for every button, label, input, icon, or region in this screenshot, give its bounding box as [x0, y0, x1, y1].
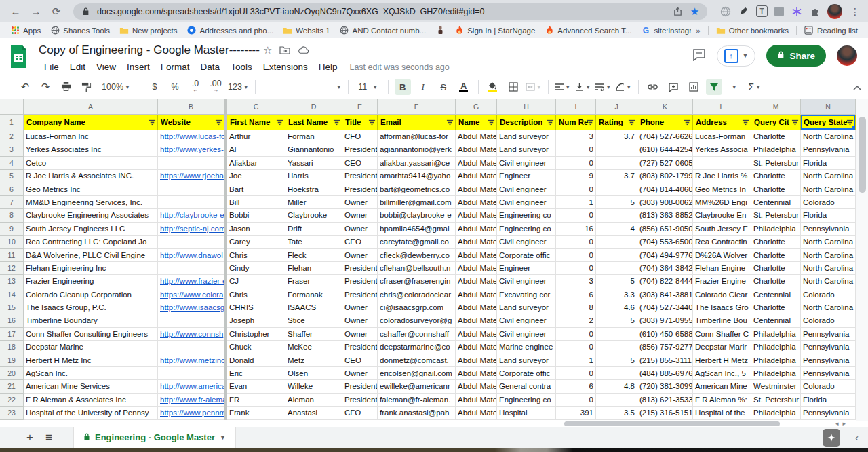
filter-icon[interactable] [791, 119, 799, 126]
fill-color-button[interactable] [485, 79, 501, 95]
header-cell-company-name[interactable]: Company Name [24, 115, 158, 130]
cell-F2[interactable]: afforman@lucas-for [378, 130, 456, 143]
col-header-D[interactable]: D [285, 99, 342, 115]
cell-K17[interactable]: (610) 450-6588 [637, 328, 693, 341]
present-caret-icon[interactable]: ▼ [743, 52, 749, 59]
cell-J11[interactable] [596, 249, 637, 262]
cell-A5[interactable]: R Joe Harris & Associates INC. [24, 170, 158, 183]
cell-A20[interactable]: AgScan Inc. [24, 367, 158, 380]
cell-I2[interactable]: 3 [556, 130, 596, 143]
cell-A12[interactable]: Flehan Engineering Inc [24, 262, 158, 275]
bookmark-site-instagram-com[interactable]: Gsite:instagram.com"... [636, 24, 691, 37]
cell-H16[interactable]: Civil engineer [497, 314, 556, 327]
cell-J10[interactable] [596, 236, 637, 248]
cell-B20[interactable] [158, 367, 224, 380]
cell-E20[interactable]: Owner [342, 367, 378, 380]
menu-data[interactable]: Data [195, 60, 226, 73]
horizontal-scroll-arrows[interactable]: ◂▸ [835, 420, 850, 427]
cell-I12[interactable]: 0 [556, 262, 596, 275]
cell-F23[interactable]: frank.anastasi@pah [378, 407, 456, 419]
cell-N23[interactable]: Pennsylvania [801, 407, 856, 419]
bookmark-addresses-and-pho[interactable]: Addresses and pho... [182, 24, 279, 37]
cell-I13[interactable]: 3 [556, 275, 596, 288]
forward-icon[interactable]: → [27, 3, 45, 20]
functions-select[interactable]: Σ▼ [747, 79, 763, 95]
cell-G11[interactable]: Abdul Mate [456, 249, 497, 262]
cell-G4[interactable]: Abdul Mate [456, 157, 497, 170]
cell-M3[interactable]: Philadelphia [751, 143, 801, 156]
cell-L7[interactable]: MM%26D Engi [693, 196, 751, 209]
header-cell-phone[interactable]: Phone [637, 115, 693, 130]
row-header-6[interactable]: 6 [0, 183, 24, 196]
text-wrap-select[interactable]: ▼ [595, 79, 612, 95]
menu-help[interactable]: Help [313, 60, 343, 73]
font-family-select[interactable]: ▼ [262, 79, 342, 95]
filter-icon[interactable] [587, 119, 594, 126]
cell-F21[interactable]: ewilleke@americanr [378, 380, 456, 393]
cell-C11[interactable]: Chris [227, 249, 285, 262]
cell-H7[interactable]: Civil engineer [497, 196, 556, 209]
cell-I21[interactable]: 6 [556, 380, 596, 393]
create-filter-button[interactable] [706, 79, 722, 95]
cell-L14[interactable]: Colorado Clear [693, 288, 751, 301]
other-bookmarks-button[interactable]: Other bookmarks [711, 24, 793, 37]
cell-M19[interactable]: Philadelphia [751, 354, 801, 367]
cell-I14[interactable]: 6 [556, 288, 596, 301]
filter-icon[interactable] [446, 119, 454, 126]
cell-I20[interactable]: 0 [556, 367, 596, 380]
cell-G17[interactable]: Abdul Mate [456, 328, 497, 341]
cell-A8[interactable]: Claybrooke Engineering Associates [24, 209, 158, 222]
cell-G22[interactable]: Abdul Mate [456, 394, 497, 407]
cell-I5[interactable]: 9 [556, 170, 596, 183]
cell-H4[interactable]: Civil engineer [497, 157, 556, 170]
row-header-15[interactable]: 15 [0, 301, 24, 314]
cell-J2[interactable]: 3.7 [596, 130, 637, 143]
cell-K22[interactable]: (813) 621-3533 [637, 394, 693, 407]
address-bar[interactable]: docs.google.com/spreadsheets/d/1xjoUL33c… [73, 3, 707, 20]
cell-J3[interactable] [596, 143, 637, 156]
cell-M11[interactable]: Charlotte [751, 249, 801, 262]
cell-N11[interactable]: North Carolina [801, 249, 856, 262]
cell-B21[interactable]: http://www.america [158, 380, 224, 393]
cell-A18[interactable]: Deepstar Marine [24, 341, 158, 354]
explore-button[interactable] [823, 429, 840, 447]
cell-E2[interactable]: CFO [342, 130, 378, 143]
cell-I9[interactable]: 16 [556, 223, 596, 236]
cell-E13[interactable]: President [342, 275, 378, 288]
cell-E17[interactable]: Owner [342, 328, 378, 341]
cell-D7[interactable]: Miller [285, 196, 342, 209]
cell-C8[interactable]: Bobbi [227, 209, 285, 222]
cell-N7[interactable]: Colorado [801, 196, 856, 209]
cell-A16[interactable]: Timberline Boundary [24, 314, 158, 327]
cell-M15[interactable]: Charlotte [751, 301, 801, 314]
cell-N21[interactable]: Colorado [801, 380, 856, 393]
cell-L23[interactable]: Hospital of the [693, 407, 751, 419]
cell-H13[interactable]: Civil engineer [497, 275, 556, 288]
cell-G23[interactable]: Abdul Mate [456, 407, 497, 419]
cell-E14[interactable]: President [342, 288, 378, 301]
cell-H22[interactable]: Engineering co [497, 394, 556, 407]
cell-C20[interactable]: Eric [227, 367, 285, 380]
cell-M13[interactable]: Charlotte [751, 275, 801, 288]
cell-D20[interactable]: Olsen [285, 367, 342, 380]
cell-N18[interactable]: Pennsylvania [801, 341, 856, 354]
cell-B4[interactable] [158, 157, 224, 170]
col-header-F[interactable]: F [378, 99, 456, 115]
cell-I4[interactable]: 0 [556, 157, 596, 170]
row-header-11[interactable]: 11 [0, 249, 24, 262]
cell-B22[interactable]: http://www.fr-alema [158, 394, 224, 407]
cell-N22[interactable]: Florida [801, 394, 856, 407]
cell-K8[interactable]: (813) 363-8852 [637, 209, 693, 222]
cell-I23[interactable]: 391 [556, 407, 596, 419]
cell-B11[interactable]: http://www.dnawol [158, 249, 224, 262]
t-extension-icon[interactable]: T [756, 5, 768, 17]
bookmark-shanes-tools[interactable]: Shanes Tools [45, 24, 115, 37]
cell-K16[interactable]: (303) 971-0955 [637, 314, 693, 327]
bookmark-pin[interactable] [431, 24, 450, 37]
sheets-logo-icon[interactable] [9, 44, 28, 72]
header-cell-num-re[interactable]: Num Re [556, 115, 596, 130]
cell-E23[interactable]: CFO [342, 407, 378, 419]
cell-A23[interactable]: Hospital of the University of Pennsy [24, 407, 158, 419]
col-header-C[interactable]: C [227, 99, 285, 115]
reading-list-button[interactable]: Reading list [800, 24, 863, 37]
